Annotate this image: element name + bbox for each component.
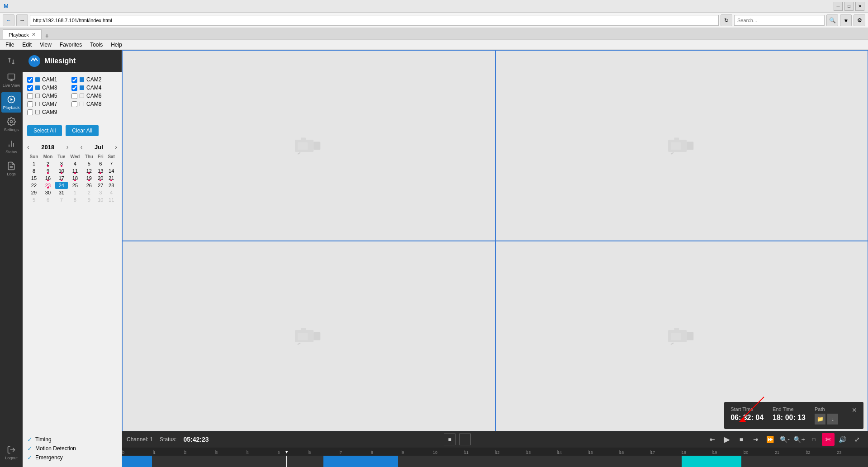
calendar-day[interactable]: 7	[105, 160, 117, 167]
address-bar[interactable]	[30, 15, 719, 26]
calendar-day[interactable]: 3	[55, 160, 68, 167]
cam3-checkbox[interactable]	[27, 85, 33, 91]
calendar-day[interactable]: 27	[95, 182, 105, 189]
sidebar-item-logout[interactable]: Logout	[1, 443, 21, 463]
crop-button[interactable]: □	[807, 433, 820, 446]
calendar-day[interactable]: 30	[41, 189, 55, 196]
cam5-checkbox[interactable]	[27, 93, 33, 99]
calendar-day[interactable]: 15	[27, 175, 41, 182]
cam5-item[interactable]: CAM5	[27, 93, 68, 99]
zoom-in-button[interactable]: 🔍+	[793, 433, 806, 446]
cam6-item[interactable]: CAM6	[71, 93, 112, 99]
year-prev-button[interactable]: ‹	[27, 143, 29, 151]
fullscreen-button[interactable]: ⤢	[851, 433, 863, 446]
calendar-day[interactable]: 8	[27, 167, 41, 175]
calendar-day[interactable]: 5	[82, 160, 95, 167]
zoom-out-button[interactable]: 🔍-	[778, 433, 791, 446]
cam7-item[interactable]: CAM7	[27, 101, 68, 107]
cam6-checkbox[interactable]	[71, 93, 77, 99]
calendar-day[interactable]: 1	[27, 160, 41, 167]
clear-all-button[interactable]: Clear All	[66, 125, 99, 136]
calendar-day[interactable]: 18	[68, 175, 83, 182]
calendar-day[interactable]: 4	[68, 160, 83, 167]
timeline-track[interactable]	[122, 456, 868, 467]
skip-forward-button[interactable]: ⇥	[749, 433, 762, 446]
cam4-item[interactable]: CAM4	[71, 85, 112, 91]
download-button[interactable]: ↓	[827, 414, 838, 425]
calendar-day[interactable]: 31	[55, 189, 68, 196]
cam9-checkbox[interactable]	[27, 109, 33, 115]
cam1-item[interactable]: CAM1	[27, 76, 68, 83]
back-button[interactable]: ←	[3, 14, 14, 26]
menu-help[interactable]: Help	[107, 40, 126, 50]
sidebar-item-settings[interactable]: Settings	[1, 114, 21, 135]
calendar-day[interactable]: 6	[41, 196, 55, 203]
select-all-button[interactable]: Select All	[27, 125, 62, 136]
calendar-day[interactable]: 28	[105, 182, 117, 189]
sidebar-item-live-view[interactable]: Live View	[1, 70, 21, 90]
search-button[interactable]: 🔍	[826, 14, 838, 26]
menu-tools[interactable]: Tools	[86, 40, 106, 50]
new-tab-button[interactable]: +	[42, 32, 52, 39]
volume-button[interactable]: 🔊	[836, 433, 849, 446]
sidebar-item-playback[interactable]: Playback	[1, 92, 21, 113]
calendar-day[interactable]: 2	[82, 189, 95, 196]
skip-back-button[interactable]: ⇤	[706, 433, 719, 446]
cam4-checkbox[interactable]	[71, 85, 77, 91]
calendar-day[interactable]: 10	[95, 196, 105, 203]
cam2-checkbox[interactable]	[71, 77, 77, 83]
sidebar-item-swap[interactable]	[1, 54, 21, 68]
maximize-button[interactable]: □	[844, 2, 854, 11]
tab-close-button[interactable]: ✕	[32, 32, 36, 38]
search-input[interactable]	[734, 15, 825, 26]
calendar-day[interactable]: 9	[82, 196, 95, 203]
cam1-checkbox[interactable]	[27, 77, 33, 83]
popup-close-button[interactable]: ✕	[852, 406, 857, 414]
sidebar-item-status[interactable]: Status	[1, 137, 21, 157]
menu-file[interactable]: File	[2, 40, 18, 50]
calendar-day[interactable]: 20	[95, 175, 105, 182]
calendar-day[interactable]: 11	[105, 196, 117, 203]
grid-layout-button[interactable]	[459, 434, 471, 445]
calendar-day[interactable]: 17	[55, 175, 68, 182]
calendar-day[interactable]: 25	[68, 182, 83, 189]
play-button[interactable]: ▶	[721, 433, 733, 446]
calendar-day[interactable]: 13	[95, 167, 105, 175]
calendar-day[interactable]: 12	[82, 167, 95, 175]
cam7-checkbox[interactable]	[27, 101, 33, 107]
calendar-day[interactable]: 4	[105, 189, 117, 196]
stop-button[interactable]: ■	[735, 433, 748, 446]
calendar-day[interactable]: 9	[41, 167, 55, 175]
calendar-day[interactable]: 14	[105, 167, 117, 175]
active-tab[interactable]: Playback ✕	[3, 29, 42, 39]
calendar-day[interactable]: 29	[27, 189, 41, 196]
minimize-button[interactable]: ─	[834, 2, 843, 11]
calendar-day[interactable]: 3	[95, 189, 105, 196]
calendar-day[interactable]: 5	[27, 196, 41, 203]
calendar-day[interactable]: 6	[95, 160, 105, 167]
month-next-button[interactable]: ›	[115, 143, 117, 151]
tools-button[interactable]: ⚙	[854, 14, 865, 26]
year-next-button[interactable]: ›	[66, 143, 69, 151]
scissors-button[interactable]: ✄	[822, 433, 835, 446]
calendar-day[interactable]: 19	[82, 175, 95, 182]
calendar-day[interactable]: 22	[27, 182, 41, 189]
cam2-item[interactable]: CAM2	[71, 76, 112, 83]
calendar-day[interactable]: 1	[68, 189, 83, 196]
cam8-item[interactable]: CAM8	[71, 101, 112, 107]
calendar-day[interactable]: 8	[68, 196, 83, 203]
timeline-area[interactable]: 0123456789101112131415161718192021222324	[122, 448, 868, 467]
month-prev-button[interactable]: ‹	[81, 143, 83, 151]
calendar-day[interactable]: 23	[41, 182, 55, 189]
star-button[interactable]: ★	[840, 14, 852, 26]
sidebar-item-logs[interactable]: Logs	[1, 159, 21, 179]
cam8-checkbox[interactable]	[71, 101, 77, 107]
close-button[interactable]: ✕	[855, 2, 864, 11]
calendar-day[interactable]: 21	[105, 175, 117, 182]
calendar-day[interactable]: 10	[55, 167, 68, 175]
calendar-day[interactable]: 26	[82, 182, 95, 189]
folder-button[interactable]: 📁	[815, 414, 825, 425]
refresh-button[interactable]: ↻	[721, 14, 732, 26]
cam3-item[interactable]: CAM3	[27, 85, 68, 91]
menu-edit[interactable]: Edit	[19, 40, 35, 50]
